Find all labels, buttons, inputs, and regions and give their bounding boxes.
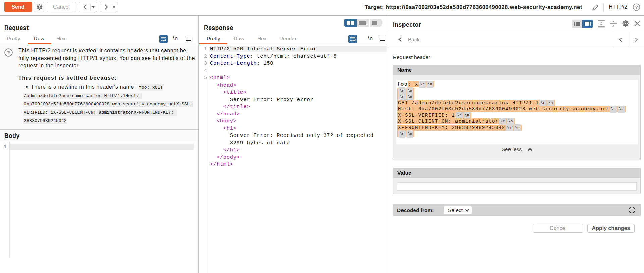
svg-text:?: ? [635,5,638,10]
svg-text:?: ? [7,50,10,55]
